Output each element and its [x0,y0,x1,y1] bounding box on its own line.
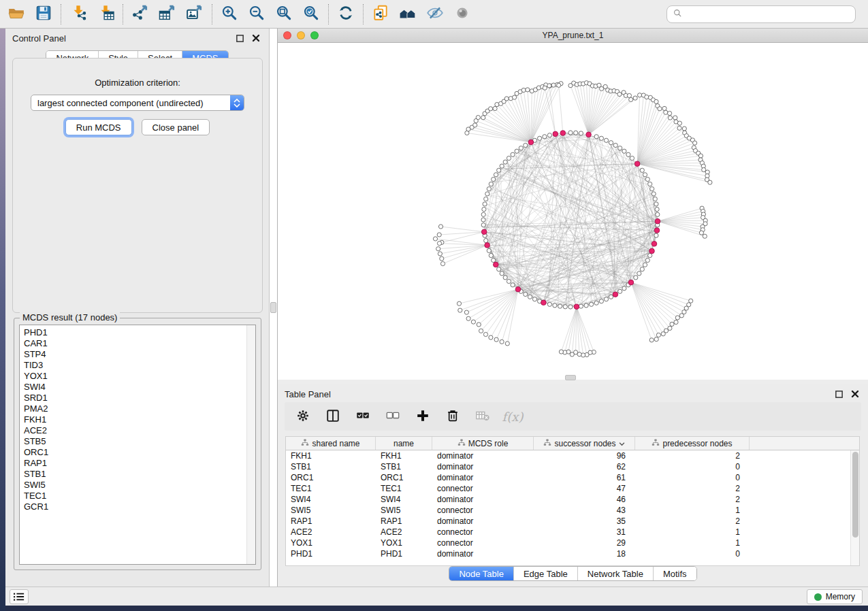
table-row[interactable]: ACE2ACE2connector311 [286,527,859,538]
import-table-button[interactable] [92,3,119,26]
run-mcds-button[interactable]: Run MCDS [65,119,132,135]
column-header-shared-name[interactable]: shared name [286,437,376,450]
table-scrollbar[interactable] [850,450,859,565]
table-row[interactable]: YOX1YOX1connector291 [286,538,859,548]
search-input[interactable] [687,10,850,20]
result-list-item[interactable]: GCR1 [24,501,255,512]
result-list-item[interactable]: YOX1 [24,371,255,382]
table-tab-edge-table[interactable]: Edge Table [514,567,578,580]
export-table-button[interactable] [154,3,181,26]
refresh-button[interactable] [332,3,359,26]
column-label: shared name [312,439,359,448]
result-list-scrollbar[interactable] [246,325,255,564]
export-image-button[interactable] [181,3,208,26]
result-list-item[interactable]: STB5 [24,436,255,447]
table-cell: ACE2 [286,527,376,538]
table-row[interactable]: RAP1RAP1dominator352 [286,516,859,527]
column-header-MCDS-role[interactable]: MCDS role [432,437,534,450]
zoom-selected-button[interactable] [298,3,325,26]
add-button[interactable] [413,406,433,427]
table-cell: PHD1 [376,548,432,559]
zoom-in-button[interactable] [216,3,243,26]
zoom-fit-button[interactable] [270,3,298,26]
import-network-button[interactable] [65,3,92,26]
open-button[interactable] [3,3,30,26]
result-list-item[interactable]: FKH1 [24,414,255,425]
export-network-button[interactable] [127,3,154,26]
zoom-out-button[interactable] [243,3,270,26]
graph-nodes[interactable] [433,81,712,357]
column-header-name[interactable]: name [376,437,432,450]
table-tabs: Node TableEdge TableNetwork TableMotifs [449,566,696,581]
result-list-item[interactable]: PHD1 [24,327,255,338]
result-list-item[interactable]: STB1 [24,469,255,480]
copy-button[interactable] [367,3,394,26]
table-cell: dominator [432,472,534,483]
table-row[interactable]: PHD1PHD1dominator180 [286,548,859,559]
result-list-item[interactable]: STP4 [24,349,255,360]
column-header-successor-nodes[interactable]: successor nodes [534,437,635,450]
memory-button[interactable]: Memory [807,589,863,604]
search-box[interactable] [666,5,856,23]
mcds-result-groupbox: MCDS result (17 nodes) PHD1CAR1STP4TID3Y… [14,318,261,570]
table-scrollbar-thumb[interactable] [852,452,858,538]
table-row[interactable]: SWI5SWI5connector431 [286,505,859,516]
result-list-item[interactable]: ORC1 [24,447,255,458]
control-panel-float-button[interactable] [234,32,246,44]
control-panel-close-button[interactable] [250,32,262,44]
result-list-item[interactable]: PMA2 [24,403,255,414]
criterion-select[interactable]: largest connected component (undirected) [31,95,244,111]
network-titlebar[interactable]: YPA_prune.txt_1 [278,29,868,43]
table-cell: 31 [534,527,635,538]
table-row[interactable]: ORC1ORC1dominator610 [286,472,859,483]
panel-list-button[interactable] [10,589,29,604]
columns-button[interactable] [323,406,343,427]
save-button[interactable] [30,3,57,26]
table-panel-float-button[interactable] [833,388,845,400]
result-list-item[interactable]: SWI5 [24,480,255,491]
horizontal-splitter-handle[interactable] [565,375,576,380]
delete-column-icon [475,408,490,425]
open-icon [7,4,25,24]
result-list-item[interactable]: CAR1 [24,338,255,349]
table-row[interactable]: STB1STB1dominator620 [286,461,859,472]
zoom-in-icon [221,4,238,24]
table-cell: TEC1 [286,483,376,494]
delete-button[interactable] [443,406,463,427]
mcds-result-list[interactable]: PHD1CAR1STP4TID3YOX1SWI4SRD1PMA2FKH1ACE2… [19,325,256,565]
table-tab-node-table[interactable]: Node Table [449,567,514,580]
result-list-item[interactable]: SWI4 [24,382,255,393]
table-row[interactable]: FKH1FKH1dominator962 [286,450,859,461]
deselect-all-button[interactable] [383,406,403,427]
show-graphics-details-button[interactable] [449,3,476,26]
horizontal-splitter[interactable] [278,380,868,384]
table-tab-motifs[interactable]: Motifs [654,567,696,580]
table-row[interactable]: TEC1TEC1connector472 [286,483,859,494]
namespace-icon [457,439,466,448]
hide-graphics-details-button[interactable] [421,3,449,26]
float-icon [236,34,244,43]
result-list-item[interactable]: TID3 [24,360,255,371]
vertical-splitter[interactable] [270,29,278,587]
hide-graphics-details-icon [426,4,444,24]
select-all-button[interactable] [353,406,373,427]
close-panel-button[interactable]: Close panel [142,119,210,135]
import-network-icon [69,4,87,24]
result-list-item[interactable]: TEC1 [24,491,255,501]
namespace-icon [652,439,660,448]
first-neighbors-button[interactable] [394,3,421,26]
table-cell: PHD1 [286,548,376,559]
table-cell: 43 [534,505,635,516]
table-row[interactable]: SWI4SWI4dominator462 [286,494,859,505]
vertical-splitter-handle[interactable] [270,302,276,313]
table-tab-network-table[interactable]: Network Table [578,567,654,580]
result-list-item[interactable]: ACE2 [24,425,255,436]
network-graph[interactable] [278,43,868,380]
settings-button[interactable] [293,406,313,427]
table-panel-close-button[interactable] [849,388,861,400]
function-button: f(x) [502,406,523,427]
column-header-predecessor-nodes[interactable]: predecessor nodes [635,437,750,450]
result-list-item[interactable]: SRD1 [24,393,255,403]
network-canvas[interactable] [278,43,868,380]
result-list-item[interactable]: RAP1 [24,458,255,469]
